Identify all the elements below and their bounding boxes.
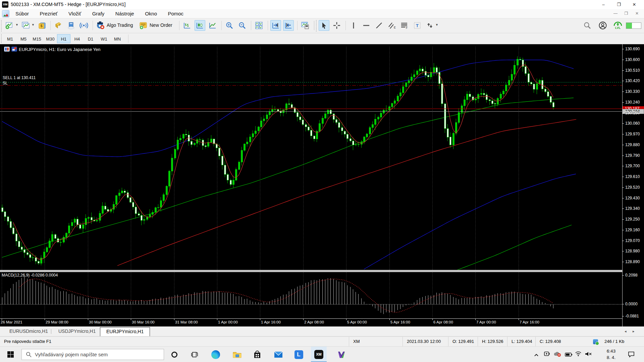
taskbar-search-input[interactable]: Vyhľadávaný pojem napíšte sem [21, 349, 164, 360]
data-window-button[interactable] [66, 20, 76, 31]
restore-button[interactable]: ❐ [611, 0, 627, 9]
chart-window[interactable]: EURJPYmicro, H1: Euro vs Japanese Yen SE… [0, 44, 644, 326]
account-button[interactable] [597, 20, 608, 31]
menu-subor[interactable]: Súbor [11, 9, 34, 18]
minimize-button[interactable]: – [596, 0, 611, 9]
vivaldi-icon [337, 351, 345, 358]
bar-chart-button[interactable] [182, 20, 193, 31]
market-watch-icon: 5 [54, 21, 62, 29]
tabs-scroll-right-icon[interactable]: ▸ [633, 329, 635, 334]
store-button[interactable] [249, 347, 265, 362]
mdi-minimize-button[interactable]: — [610, 11, 621, 16]
depth-of-market-icon[interactable] [4, 47, 10, 52]
tf-m30[interactable]: M30 [44, 34, 57, 43]
xm-mt5-button[interactable]: XM [311, 347, 327, 362]
arrows-caret[interactable]: ▼ [435, 23, 438, 26]
ma-red-fast [13, 65, 553, 260]
battery-icon[interactable] [565, 352, 572, 358]
line-chart-button[interactable] [207, 20, 218, 31]
tf-m1[interactable]: M1 [3, 34, 17, 43]
new-order-button[interactable] [138, 20, 148, 31]
horizontal-line-button[interactable] [361, 20, 372, 31]
menu-grafy[interactable]: Grafy [88, 9, 109, 18]
lightshot-button[interactable]: L [291, 347, 307, 362]
auto-scroll-button[interactable] [270, 20, 281, 31]
menu-okno[interactable]: Okno [140, 9, 162, 18]
wifi-icon[interactable] [575, 351, 582, 357]
macd-tick-label: 0.2098 [625, 273, 644, 278]
mdi-restore-button[interactable]: ❐ [621, 11, 631, 16]
vertical-line-button[interactable] [348, 20, 359, 31]
arrows-button[interactable] [425, 20, 435, 31]
onedrive-paused-icon[interactable] [553, 351, 561, 358]
action-center-icon[interactable] [628, 351, 635, 358]
toolbar: ▼ ▼ $ 5 Algo Trading New Order [0, 18, 644, 33]
status-traffic: 246 / 1 Kb [600, 337, 624, 347]
vivaldi-button[interactable] [333, 347, 349, 362]
price-tick-label: 129.430 [625, 196, 644, 200]
tabs-scroll-left-icon[interactable]: ◂ [625, 329, 627, 334]
lvl-button[interactable]: LVL [611, 20, 624, 31]
start-button[interactable] [3, 347, 18, 362]
templates-button[interactable] [300, 20, 311, 31]
new-chart-button[interactable] [4, 20, 15, 31]
zoom-in-button[interactable] [224, 20, 235, 31]
tray-chevron-up-icon[interactable] [534, 352, 539, 358]
tab-eurjpymicro[interactable]: EURJPYmicro,H1 [100, 327, 150, 336]
fibonacci-button[interactable]: F [399, 20, 410, 31]
text-button[interactable]: T [412, 20, 423, 31]
macd-tick-label: -0.0881 [625, 314, 644, 318]
profiles-caret[interactable]: ▼ [32, 23, 35, 26]
volume-muted-icon[interactable] [585, 351, 592, 358]
tf-d1[interactable]: D1 [84, 34, 97, 43]
macd-signal-line [19, 279, 553, 312]
profiles-button[interactable] [20, 20, 31, 31]
close-button[interactable]: ✕ [627, 0, 642, 9]
algo-trading-label[interactable]: Algo Trading [107, 22, 133, 28]
menu-pomoc[interactable]: Pomoc [163, 9, 188, 18]
ma-blue-upper [2, 60, 574, 157]
one-click-trading-icon[interactable] [11, 47, 17, 52]
vertical-line-icon [350, 21, 358, 29]
bar-chart-icon [183, 21, 191, 29]
tf-m5[interactable]: M5 [17, 34, 30, 43]
deposit-button[interactable]: $ [37, 20, 48, 31]
tile-windows-icon [255, 21, 263, 29]
equidistant-channel-button[interactable]: E [386, 20, 397, 31]
new-order-label[interactable]: New Order [150, 22, 172, 28]
tf-m15[interactable]: M15 [30, 34, 44, 43]
tile-windows-button[interactable] [254, 20, 264, 31]
tf-w1[interactable]: W1 [97, 34, 111, 43]
price-scale[interactable]: 130.187 130.164 130.690130.600130.510130… [622, 44, 644, 326]
screen-capture-icon[interactable] [544, 351, 550, 358]
cursor-button[interactable] [319, 20, 329, 31]
zoom-out-button[interactable] [237, 20, 248, 31]
file-explorer-button[interactable] [229, 347, 245, 362]
algo-trading-button[interactable] [95, 20, 105, 31]
tab-eurusdmicro[interactable]: EURUSDmicro,H1 [3, 327, 54, 336]
menu-prezriet[interactable]: Prezrieť [35, 9, 62, 18]
mail-button[interactable] [270, 347, 286, 362]
time-axis[interactable]: 26 Mar 202129 Mar 08:0030 Mar 00:0030 Ma… [0, 318, 622, 326]
taskbar-clock[interactable]: 6:43 8. 4. 2021 [602, 348, 621, 362]
market-watch-button[interactable]: 5 [53, 20, 64, 31]
tf-mn[interactable]: MN [111, 34, 124, 43]
edge-button[interactable] [208, 347, 223, 362]
candlestick-button[interactable] [195, 20, 205, 31]
mdi-close-button[interactable]: ✕ [632, 11, 642, 16]
trendline-button[interactable] [374, 20, 384, 31]
crosshair-button[interactable] [331, 20, 342, 31]
new-chart-caret[interactable]: ▼ [15, 23, 18, 26]
cortana-button[interactable] [166, 347, 182, 362]
signals-button[interactable] [78, 20, 89, 31]
tf-h4[interactable]: H4 [70, 34, 84, 43]
task-view-button[interactable] [186, 347, 202, 362]
chart-plot[interactable] [0, 44, 622, 326]
chart-shift-button[interactable] [283, 20, 294, 31]
menu-vlozit[interactable]: Vložiť [64, 9, 86, 18]
time-tick-label: 5 Apr 16:00 [390, 320, 410, 324]
search-toolbar-button[interactable] [582, 20, 593, 31]
menu-nastroje[interactable]: Nástroje [111, 9, 139, 18]
tab-usdjpymicro[interactable]: USDJPYmicro,H1 [52, 327, 102, 336]
tf-h1[interactable]: H1 [57, 34, 70, 43]
